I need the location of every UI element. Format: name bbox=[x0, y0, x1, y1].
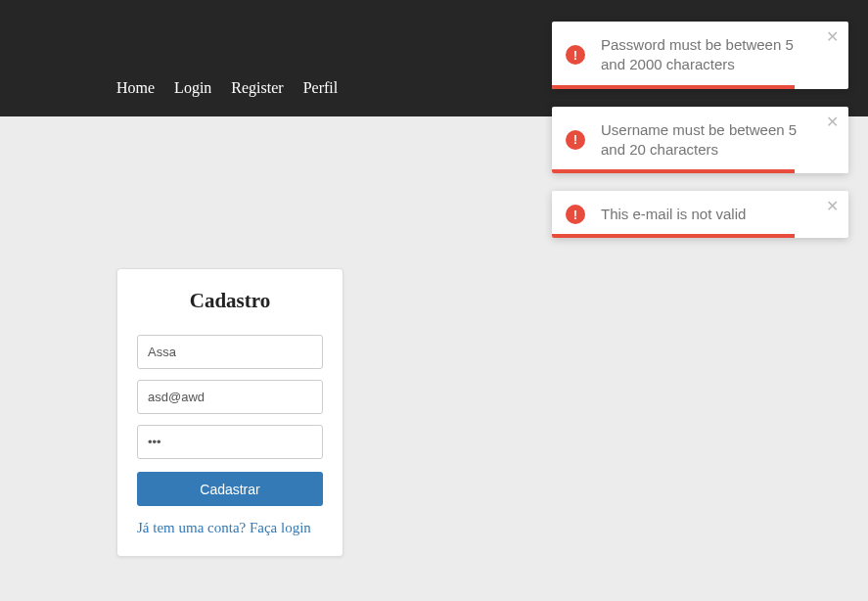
nav-link-login[interactable]: Login bbox=[174, 79, 211, 97]
toast-progress bbox=[552, 85, 795, 89]
nav-link-register[interactable]: Register bbox=[231, 79, 283, 97]
toast-container: Password must be between 5 and 2000 char… bbox=[552, 22, 848, 238]
close-icon[interactable]: ✕ bbox=[826, 113, 839, 131]
toast-progress bbox=[552, 234, 795, 238]
error-icon bbox=[566, 45, 585, 65]
nav-link-perfil[interactable]: Perfil bbox=[303, 79, 339, 97]
email-input[interactable] bbox=[137, 380, 323, 414]
toast-error: Username must be between 5 and 20 charac… bbox=[552, 107, 848, 174]
toast-error: Password must be between 5 and 2000 char… bbox=[552, 22, 848, 89]
login-link[interactable]: Já tem uma conta? Faça login bbox=[137, 520, 323, 536]
register-card: Cadastro Cadastrar Já tem uma conta? Faç… bbox=[116, 268, 343, 557]
toast-progress bbox=[552, 169, 795, 173]
nav-link-home[interactable]: Home bbox=[116, 79, 155, 97]
error-icon bbox=[566, 130, 585, 150]
toast-error: This e-mail is not valid ✕ bbox=[552, 191, 848, 238]
close-icon[interactable]: ✕ bbox=[826, 197, 839, 215]
toast-message: Password must be between 5 and 2000 char… bbox=[601, 35, 809, 75]
username-input[interactable] bbox=[137, 335, 323, 369]
close-icon[interactable]: ✕ bbox=[826, 27, 839, 46]
toast-message: Username must be between 5 and 20 charac… bbox=[601, 120, 809, 161]
nav-links: Home Login Register Perfil bbox=[116, 79, 338, 97]
error-icon bbox=[566, 205, 585, 224]
card-title: Cadastro bbox=[137, 289, 323, 313]
password-input[interactable] bbox=[137, 425, 323, 459]
submit-button[interactable]: Cadastrar bbox=[137, 472, 323, 506]
toast-message: This e-mail is not valid bbox=[601, 205, 809, 224]
